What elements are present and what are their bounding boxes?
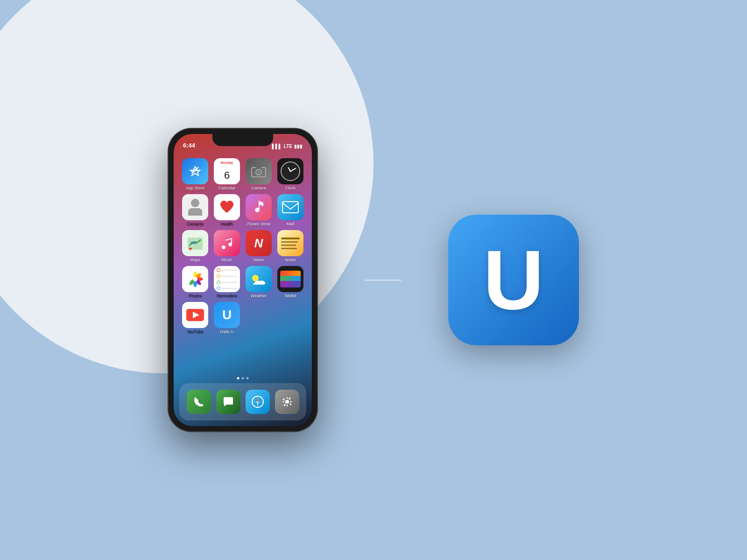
- music-label: Music: [221, 258, 233, 262]
- app-health[interactable]: Health: [213, 194, 241, 226]
- photos-label: Photos: [189, 294, 202, 298]
- weather-label: Weather: [251, 294, 267, 298]
- page-dot-2: [242, 377, 244, 379]
- contacts-person-icon: [188, 199, 202, 216]
- app-music[interactable]: Music: [213, 230, 241, 262]
- notes-lines-icon: [281, 238, 300, 249]
- page-dot-1: [237, 377, 240, 379]
- health-icon: [218, 199, 235, 216]
- safari-icon: [251, 395, 265, 409]
- news-label: News: [254, 258, 264, 262]
- appstore-label: App Store: [186, 186, 204, 190]
- dock-phone[interactable]: [187, 390, 211, 414]
- iphone-screen: 6:44 ▌▌▌ LTE ▮▮▮: [174, 134, 312, 426]
- music-icon: [219, 235, 235, 251]
- dailyu-label: Daily U: [220, 329, 233, 334]
- wallet-card3: [280, 281, 301, 287]
- svg-point-25: [285, 400, 289, 404]
- content-wrapper: 6:44 ▌▌▌ LTE ▮▮▮: [168, 128, 579, 432]
- itunes-label: iTunes Store: [247, 222, 271, 226]
- iphone-mockup: 6:44 ▌▌▌ LTE ▮▮▮: [168, 128, 317, 432]
- app-mail[interactable]: Mail: [276, 194, 304, 226]
- youtube-icon: [185, 308, 205, 322]
- app-news[interactable]: N News: [245, 230, 273, 262]
- messages-icon: [222, 395, 235, 408]
- maps-icon: 280: [186, 234, 204, 252]
- u-letter: U: [483, 238, 544, 322]
- photos-icon: [186, 270, 204, 288]
- svg-point-15: [193, 277, 197, 281]
- clock-label: Clock: [285, 186, 296, 190]
- svg-rect-5: [259, 204, 260, 210]
- news-n-icon: N: [254, 236, 263, 251]
- app-youtube[interactable]: YouTube: [181, 302, 209, 334]
- camera-icon: [251, 165, 267, 178]
- status-time: 6:44: [183, 142, 195, 149]
- reminders-list-icon: [217, 268, 237, 290]
- svg-point-2: [257, 171, 260, 174]
- iphone-notch: [212, 134, 273, 146]
- app-clock[interactable]: Clock: [276, 158, 304, 190]
- dock: [179, 383, 306, 420]
- svg-text:280: 280: [190, 241, 197, 245]
- notes-label: Notes: [285, 258, 296, 262]
- mail-label: Mail: [287, 222, 295, 226]
- phone-icon: [192, 395, 205, 408]
- app-dailyu[interactable]: U Daily U: [213, 302, 241, 334]
- dock-messages[interactable]: [216, 390, 240, 414]
- settings-icon: [280, 395, 294, 409]
- app-grid: App Store Monday 6 Calendar: [179, 154, 306, 338]
- svg-rect-3: [256, 166, 261, 168]
- battery-icon: ▮▮▮: [294, 144, 303, 149]
- calendar-month: Monday: [221, 161, 233, 164]
- dailyu-u-icon: U: [222, 308, 232, 322]
- itunes-icon: [251, 199, 267, 215]
- signal-icon: ▌▌▌: [272, 144, 282, 149]
- mail-icon: [282, 201, 299, 214]
- connection-line: [364, 280, 402, 281]
- maps-label: Maps: [190, 258, 200, 262]
- page-dots: [237, 377, 249, 379]
- weather-icon: [250, 272, 268, 287]
- app-notes[interactable]: Notes: [276, 230, 304, 262]
- wallet-label: Wallet: [285, 294, 296, 298]
- reminders-label: Reminders: [217, 294, 237, 298]
- dock-settings[interactable]: [275, 390, 299, 414]
- app-reminders[interactable]: Reminders: [213, 266, 241, 298]
- app-itunes[interactable]: iTunes Store: [245, 194, 273, 226]
- calendar-label: Calendar: [218, 186, 236, 190]
- app-photos[interactable]: Photos: [181, 266, 209, 298]
- youtube-label: YouTube: [187, 329, 203, 334]
- svg-rect-6: [282, 202, 298, 213]
- svg-point-16: [252, 275, 259, 281]
- contacts-label: Contacts: [187, 222, 204, 226]
- u-logo-container: U: [448, 215, 579, 345]
- status-icons: ▌▌▌ LTE ▮▮▮: [272, 144, 303, 149]
- network-label: LTE: [284, 144, 292, 149]
- app-appstore[interactable]: App Store: [181, 158, 209, 190]
- health-label: Health: [221, 222, 233, 226]
- clock-face: [281, 161, 300, 181]
- camera-label: Camera: [251, 186, 266, 190]
- page-dot-3: [247, 377, 249, 379]
- calendar-day: 6: [224, 169, 230, 182]
- app-wallet[interactable]: Wallet: [276, 266, 304, 298]
- app-weather[interactable]: Weather: [245, 266, 273, 298]
- appstore-icon: [188, 164, 203, 179]
- app-calendar[interactable]: Monday 6 Calendar: [213, 158, 241, 190]
- dock-safari[interactable]: [246, 390, 270, 414]
- app-camera[interactable]: Camera: [245, 158, 273, 190]
- app-maps[interactable]: 280 Maps: [181, 230, 209, 262]
- app-contacts[interactable]: Contacts: [181, 194, 209, 226]
